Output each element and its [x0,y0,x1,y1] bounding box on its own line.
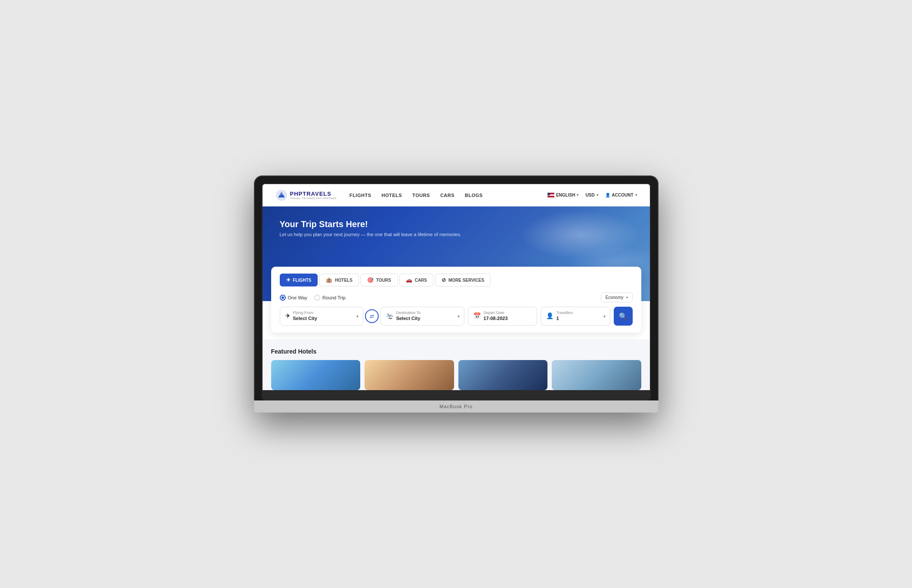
destination-chevron-icon: ▾ [458,314,460,319]
tab-cars[interactable]: 🚗 CARS [399,274,433,286]
swap-cities-button[interactable]: ⇄ [365,309,379,323]
round-trip-label: Round Trip [322,295,346,300]
nav-link-blogs[interactable]: BLOGS [465,193,483,198]
flights-tab-label: FLIGHTS [293,278,312,283]
macbook-frame: PHPTRAVELS TRAVEL TECHNOLOGY PARTNER FLI… [254,175,658,413]
cabin-class-chevron-icon: ▾ [626,296,628,299]
macbook-screen: PHPTRAVELS TRAVEL TECHNOLOGY PARTNER FLI… [262,183,651,400]
logo-name: PHPTRAVELS [290,191,337,197]
depart-date-field[interactable]: 📅 Depart Date 17-08-2023 [468,307,537,326]
calendar-icon: 📅 [473,312,481,319]
currency-label: USD [585,193,594,197]
flying-from-chevron-icon: ▾ [356,314,359,319]
search-fields: ✈ Flying From Select City ▾ ⇄ 🛬 [280,307,633,326]
account-label: ACCOUNT [612,193,634,197]
tours-tab-label: TOURS [376,278,391,283]
cabin-class-selector[interactable]: Economy ▾ [601,292,633,302]
travellers-value: 1 [556,316,573,321]
one-way-radio-circle [280,295,286,301]
search-icon: 🔍 [619,312,628,320]
hotels-grid [271,360,641,390]
nav-link-flights[interactable]: FLIGHTS [349,193,371,198]
cabin-class-label: Economy [606,295,624,300]
search-box: ✈ FLIGHTS 🏨 HOTELS 🎯 TOURS 🚗 CARS [271,267,641,332]
flying-from-value: Select City [293,316,317,321]
navigation: PHPTRAVELS TRAVEL TECHNOLOGY PARTNER FLI… [263,184,650,206]
tab-tours[interactable]: 🎯 TOURS [361,274,398,286]
hotel-card-4[interactable] [552,360,641,390]
hotel-card-1[interactable] [271,360,361,390]
depart-date-label: Depart Date [483,311,507,315]
hotels-tab-label: HOTELS [335,278,352,283]
us-flag-icon [547,193,554,197]
arrival-plane-icon: 🛬 [386,312,393,319]
flying-from-label: Flying From [293,311,317,315]
radio-group: One Way Round Trip [280,295,346,301]
destination-to-field[interactable]: 🛬 Destination To Select City ▾ [380,307,464,326]
travellers-label: Travellers [556,311,573,315]
search-button[interactable]: 🔍 [614,307,633,326]
one-way-label: One Way [288,295,307,300]
round-trip-radio-circle [314,295,320,301]
account-icon: 👤 [605,193,610,197]
flights-tab-icon: ✈ [286,277,291,283]
macbook-bottom: MacBook Pro [254,400,658,413]
nav-link-tours[interactable]: TOURS [412,193,430,198]
tab-more-services[interactable]: ⊘ MORE SERVICES [435,274,491,286]
hotel-card-2[interactable] [365,360,454,390]
more-tab-label: MORE SERVICES [448,278,484,283]
logo-sub: TRAVEL TECHNOLOGY PARTNER [290,197,337,200]
website-content: PHPTRAVELS TRAVEL TECHNOLOGY PARTNER FLI… [263,184,650,390]
logo-icon [275,189,288,201]
nav-links: FLIGHTS HOTELS TOURS CARS BLOGS [349,193,547,198]
travellers-chevron-icon: ▾ [603,314,606,319]
nav-link-hotels[interactable]: HOTELS [381,193,402,198]
one-way-radio[interactable]: One Way [280,295,307,301]
featured-hotels-title: Featured Hotels [271,348,641,355]
language-chevron-icon: ▾ [577,193,578,197]
hero-title: Your Trip Starts Here! [280,219,462,229]
account-menu[interactable]: 👤 ACCOUNT ▾ [605,193,637,197]
more-tab-icon: ⊘ [442,277,446,283]
departure-plane-icon: ✈ [285,312,291,319]
hotels-tab-icon: 🏨 [326,277,332,283]
hotel-card-3[interactable] [458,360,548,390]
destination-value: Select City [396,316,420,321]
hero-content: Your Trip Starts Here! Let us help you p… [280,219,462,237]
hero-subtitle: Let us help you plan your next journey —… [280,232,462,237]
flying-from-field[interactable]: ✈ Flying From Select City ▾ [280,307,364,326]
depart-date-value: 17-08-2023 [483,316,507,321]
language-label: ENGLISH [556,193,575,197]
logo: PHPTRAVELS TRAVEL TECHNOLOGY PARTNER [275,189,337,201]
travellers-field[interactable]: 👤 Travellers 1 ▾ [541,307,610,326]
round-trip-radio[interactable]: Round Trip [314,295,346,301]
trip-options: One Way Round Trip Economy ▾ [280,292,633,302]
tours-tab-icon: 🎯 [367,277,374,283]
currency-chevron-icon: ▾ [597,193,598,197]
nav-right: ENGLISH ▾ USD ▾ 👤 ACCOUNT ▾ [547,193,637,197]
cars-tab-icon: 🚗 [406,277,412,283]
tab-flights[interactable]: ✈ FLIGHTS [280,274,318,286]
macbook-chin [263,390,650,400]
search-tabs: ✈ FLIGHTS 🏨 HOTELS 🎯 TOURS 🚗 CARS [280,274,633,286]
account-chevron-icon: ▾ [635,193,637,197]
macbook-label: MacBook Pro [439,404,473,409]
destination-label: Destination To [396,311,420,315]
language-selector[interactable]: ENGLISH ▾ [547,193,578,197]
tab-hotels[interactable]: 🏨 HOTELS [319,274,359,286]
cars-tab-label: CARS [415,278,427,283]
nav-link-cars[interactable]: CARS [440,193,454,198]
currency-selector[interactable]: USD ▾ [585,193,598,197]
travellers-icon: 👤 [546,312,553,319]
featured-hotels-section: Featured Hotels [263,339,650,390]
